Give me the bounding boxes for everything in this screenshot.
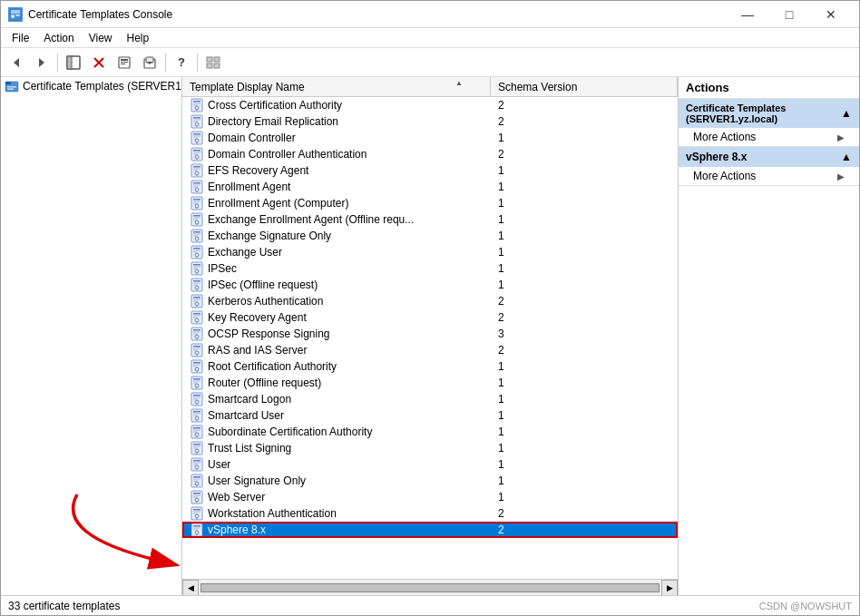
list-row[interactable]: Key Recovery Agent 2 (182, 309, 678, 326)
list-row[interactable]: Exchange Signature Only 1 (182, 228, 678, 244)
row-cell-schema: 2 (491, 99, 678, 112)
svg-rect-184 (193, 529, 198, 530)
actions-section-header-cert[interactable]: Certificate Templates (SERVER1.yz.local)… (679, 99, 859, 128)
row-cell-schema: 1 (491, 279, 678, 291)
list-row[interactable]: Exchange Enrollment Agent (Offline requ.… (182, 211, 678, 228)
list-row[interactable]: Enrollment Agent (Computer) 1 (182, 195, 678, 211)
cert-icon (190, 163, 204, 178)
view-button[interactable] (201, 52, 225, 73)
list-row[interactable]: User Signature Only 1 (182, 473, 678, 489)
show-hide-button[interactable] (62, 52, 85, 73)
cert-icon (190, 359, 204, 374)
status-bar: 33 certificate templates CSDN @NOWSHUT (1, 595, 859, 615)
svg-rect-170 (193, 493, 200, 494)
svg-rect-69 (193, 217, 200, 218)
list-row[interactable]: IPSec 1 (182, 260, 678, 277)
minimize-button[interactable]: — (727, 1, 768, 28)
list-row[interactable]: Domain Controller 1 (182, 130, 678, 146)
svg-rect-26 (193, 101, 200, 103)
list-row[interactable]: Exchange User 1 (182, 244, 678, 260)
svg-rect-122 (193, 362, 200, 364)
scroll-right-btn[interactable]: ▶ (661, 580, 678, 596)
list-row[interactable]: IPSec (Offline request) 1 (182, 277, 678, 293)
svg-rect-3 (15, 15, 20, 16)
svg-rect-20 (214, 64, 220, 68)
row-cell-name: Cross Certification Authority (182, 98, 491, 112)
actions-section-header-vsphere[interactable]: vSphere 8.x ▲ (679, 147, 859, 167)
svg-rect-166 (193, 480, 198, 481)
close-button[interactable]: ✕ (810, 1, 852, 28)
menu-file[interactable]: File (5, 30, 36, 46)
svg-rect-104 (193, 313, 200, 315)
svg-rect-1 (11, 10, 20, 14)
list-row[interactable]: Smartcard User 1 (182, 407, 678, 424)
list-row[interactable]: EFS Recovery Agent 1 (182, 162, 678, 179)
help-button[interactable]: ? (170, 52, 193, 73)
list-row[interactable]: Cross Certification Authority 2 (182, 97, 678, 113)
svg-rect-123 (193, 364, 200, 365)
col-header-schema[interactable]: Schema Version (491, 77, 678, 96)
cert-icon (190, 98, 204, 112)
back-button[interactable] (5, 52, 28, 73)
list-row[interactable]: vSphere 8.x 2 (182, 522, 678, 538)
svg-rect-111 (193, 331, 200, 332)
row-cell-schema: 1 (491, 393, 678, 406)
svg-rect-88 (193, 268, 198, 269)
actions-header: Actions (679, 77, 859, 99)
svg-rect-27 (193, 103, 200, 103)
list-row[interactable]: Subordinate Certification Authority 1 (182, 424, 678, 440)
list-row[interactable]: Workstation Authentication 2 (182, 505, 678, 522)
svg-rect-152 (193, 444, 200, 445)
svg-rect-165 (193, 478, 200, 479)
row-cell-schema: 1 (491, 409, 678, 422)
list-row[interactable]: Router (Offline request) 1 (182, 375, 678, 391)
tree-item-cert-templates[interactable]: Certificate Templates (SERVER1. (1, 77, 181, 95)
menu-bar: File Action View Help (1, 28, 859, 48)
cert-icon (190, 327, 204, 341)
maximize-button[interactable]: □ (768, 1, 810, 28)
list-row[interactable]: User 1 (182, 456, 678, 473)
svg-rect-118 (193, 349, 198, 350)
properties-button[interactable] (112, 52, 136, 73)
list-body[interactable]: Cross Certification Authority 2 Director… (182, 97, 678, 579)
cert-icon (190, 245, 204, 259)
svg-rect-136 (193, 398, 198, 399)
title-bar: Certificate Templates Console — □ ✕ (1, 1, 859, 28)
h-scroll-track-container (199, 581, 661, 595)
list-row[interactable]: Web Server 1 (182, 489, 678, 505)
menu-action[interactable]: Action (36, 30, 81, 46)
row-cell-schema: 2 (491, 115, 678, 128)
list-row[interactable]: Kerberos Authentication 2 (182, 293, 678, 309)
list-row[interactable]: Domain Controller Authentication 2 (182, 146, 678, 162)
list-row[interactable]: Enrollment Agent 1 (182, 179, 678, 195)
svg-rect-135 (193, 396, 200, 397)
status-text: 33 certificate templates (8, 600, 120, 612)
list-row[interactable]: OCSP Response Signing 3 (182, 326, 678, 342)
svg-rect-13 (121, 64, 125, 64)
delete-button[interactable] (87, 52, 111, 73)
row-cell-schema: 1 (491, 132, 678, 144)
menu-view[interactable]: View (82, 30, 120, 46)
svg-rect-58 (193, 186, 198, 187)
row-cell-schema: 2 (491, 523, 678, 536)
svg-rect-68 (193, 215, 200, 217)
toolbar-separator-3 (197, 54, 198, 72)
actions-item-more-vsphere[interactable]: More Actions ▶ (679, 167, 859, 185)
svg-rect-64 (193, 202, 198, 203)
export-button[interactable] (138, 52, 161, 73)
menu-help[interactable]: Help (120, 30, 157, 46)
horizontal-scrollbar[interactable]: ◀ ▶ (182, 579, 678, 595)
row-cell-schema: 1 (491, 197, 678, 210)
svg-rect-159 (193, 462, 200, 463)
actions-item-more-cert[interactable]: More Actions ▶ (679, 128, 859, 146)
list-row[interactable]: Smartcard Logon 1 (182, 391, 678, 407)
list-row[interactable]: RAS and IAS Server 2 (182, 342, 678, 358)
cert-icon (190, 506, 204, 521)
list-row[interactable]: Directory Email Replication 2 (182, 113, 678, 130)
scroll-left-btn[interactable]: ◀ (182, 580, 199, 596)
list-row[interactable]: Root Certification Authority 1 (182, 358, 678, 375)
list-row[interactable]: Trust List Signing 1 (182, 440, 678, 456)
forward-button[interactable] (30, 52, 54, 73)
row-cell-name: Domain Controller Authentication (182, 147, 491, 161)
col-header-name[interactable]: Template Display Name ▲ (182, 77, 491, 96)
